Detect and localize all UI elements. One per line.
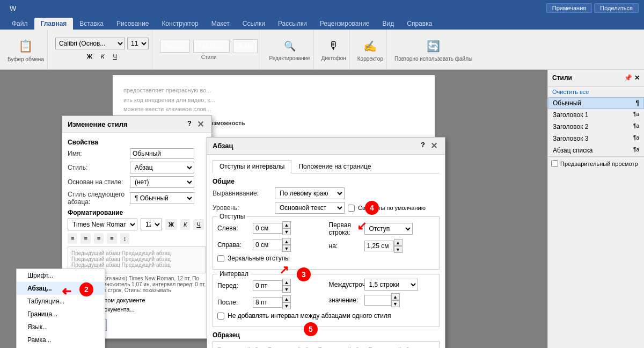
dictation-btn[interactable]: 🎙 [325, 38, 342, 54]
menu-paragraph[interactable]: Абзац... [17, 282, 105, 295]
left-spin-down[interactable]: ▼ [282, 228, 291, 235]
find-btn[interactable]: 🔍 [281, 38, 299, 54]
align-center-btn[interactable]: ≡ [80, 233, 90, 244]
mirror-row: Зеркальные отступы [217, 255, 324, 262]
bold-btn[interactable]: Ж [84, 51, 96, 62]
spacing-value-down[interactable]: ▼ [391, 300, 400, 307]
styles-panel-title: Стили [552, 74, 572, 82]
font-select-modify[interactable]: Times New Roman [68, 219, 137, 230]
tab-file[interactable]: Файл [5, 18, 34, 30]
collapse-checkbox[interactable] [348, 205, 355, 212]
tab-home[interactable]: Главная [34, 18, 74, 30]
style-item-h2[interactable]: Заголовок 2 ¶a [548, 121, 644, 133]
left-indent-row: Слева: ▲ ▼ [217, 221, 324, 235]
next-style-select[interactable]: ¶ Обычный [130, 192, 194, 204]
after-down[interactable]: ▼ [282, 302, 291, 309]
underline-modify-btn[interactable]: Ч [193, 219, 203, 230]
tab-review[interactable]: Рецензирование [313, 18, 376, 30]
align-left-btn[interactable]: ≡ [68, 233, 77, 244]
first-line-by-up[interactable]: ▲ [394, 239, 402, 246]
first-line-by-spin-btns: ▲ ▼ [394, 239, 402, 253]
right-spin-down[interactable]: ▼ [282, 245, 291, 252]
preview-checkbox[interactable] [551, 160, 558, 167]
alignment-label: Выравнивание: [213, 190, 272, 197]
spacing-cols: Перед: ▲ ▼ [217, 279, 435, 312]
modify-dialog-close[interactable]: ✕ [195, 119, 206, 129]
styles-panel-close[interactable]: ✕ [634, 74, 640, 82]
after-label: После: [217, 299, 250, 306]
styles-panel-pin[interactable]: 📌 [624, 74, 632, 82]
align-justify-btn[interactable]: ≡ [107, 233, 116, 244]
before-up[interactable]: ▲ [282, 279, 291, 286]
right-spin-up[interactable]: ▲ [282, 238, 291, 245]
style-suffix-normal: ¶ [636, 99, 639, 107]
para-dialog-question[interactable]: ? [421, 141, 425, 151]
italic-btn[interactable]: К [98, 51, 107, 62]
tab-refs[interactable]: Ссылки [236, 18, 272, 30]
align-right-btn[interactable]: ≡ [94, 233, 104, 244]
mirror-checkbox[interactable] [217, 255, 224, 262]
tab-page-position[interactable]: Положение на странице [291, 160, 378, 173]
first-line-select[interactable]: Отступ [364, 223, 413, 235]
level-label: Уровень: [213, 204, 272, 212]
level-select[interactable]: Основной текст [275, 202, 345, 214]
level-row: Уровень: Основной текст Свернуты по умол… [213, 202, 440, 214]
para-dialog-close[interactable]: ✕ [428, 141, 440, 151]
share-btn[interactable]: Поделиться [594, 3, 639, 13]
line-spacing-btn[interactable]: ↕ [120, 233, 130, 244]
menu-language[interactable]: Язык... [17, 321, 105, 334]
formatting-section-label: Форматирование [68, 209, 206, 216]
size-select-modify[interactable]: 12 [141, 219, 162, 230]
notes-btn[interactable]: Примечания [546, 3, 592, 13]
ribbon: W Примечания Поделиться Файл Главная Вст… [0, 0, 644, 70]
style-select[interactable]: Абзац [130, 162, 194, 173]
menu-tabs[interactable]: Табуляция... [17, 295, 105, 308]
before-down[interactable]: ▼ [282, 286, 291, 293]
modify-sample-content: Предыдущий абзац Предыдущий абзац Предыд… [71, 250, 171, 268]
after-input[interactable] [253, 297, 282, 308]
style-item-normal[interactable]: Обычный ¶ [548, 97, 644, 109]
tab-help[interactable]: Справка [400, 18, 438, 30]
first-line-by-down[interactable]: ▼ [394, 246, 402, 253]
spacing-value-label: значение: [329, 296, 361, 304]
line-spacing-select[interactable]: 1,5 строки [364, 279, 418, 291]
clear-all-btn[interactable]: Очистить все [548, 86, 644, 97]
tab-draw[interactable]: Рисование [110, 18, 155, 30]
size-select[interactable]: 11 [127, 38, 149, 49]
first-line-by-input[interactable] [364, 241, 394, 251]
left-spin-up[interactable]: ▲ [282, 221, 291, 228]
menu-border[interactable]: Граница... [17, 308, 105, 321]
style-item-h3[interactable]: Заголовок 3 ¶a [548, 133, 644, 144]
name-input[interactable] [130, 148, 194, 159]
editor-btn[interactable]: ✍ [360, 38, 380, 55]
tab-view[interactable]: Вид [376, 18, 401, 30]
left-input[interactable] [253, 223, 282, 234]
based-on-select[interactable]: (нет) [130, 176, 194, 188]
style-name-normal: Обычный [553, 99, 581, 107]
spacing-value-up[interactable]: ▲ [391, 293, 400, 300]
before-input[interactable] [253, 280, 282, 291]
tab-mailings[interactable]: Рассылки [272, 18, 313, 30]
paste-btn[interactable]: 📋 [15, 37, 36, 55]
alignment-select[interactable]: По левому краю [275, 187, 345, 199]
reuse-btn[interactable]: 🔄 [423, 38, 443, 55]
name-row: Имя: [68, 148, 206, 159]
modify-dialog-question[interactable]: ? [187, 119, 192, 129]
tab-layout[interactable]: Макет [205, 18, 236, 30]
font-select[interactable]: Calibri (Основ... [55, 38, 125, 49]
underline-btn[interactable]: Ч [110, 51, 120, 62]
tab-indents-spacing[interactable]: Отступы и интервалы [213, 160, 291, 173]
first-line-by-label: на: [329, 242, 361, 250]
tab-insert[interactable]: Вставка [73, 18, 110, 30]
bold-modify-btn[interactable]: Ж [165, 219, 177, 230]
spacing-value-input[interactable] [364, 295, 391, 306]
style-item-h1[interactable]: Заголовок 1 ¶a [548, 109, 644, 121]
italic-modify-btn[interactable]: К [180, 219, 190, 230]
no-space-checkbox[interactable] [217, 313, 224, 320]
menu-frame[interactable]: Рамка... [17, 334, 105, 346]
menu-font[interactable]: Шрифт... [17, 269, 105, 282]
style-item-list[interactable]: Абзац списка ¶a [548, 144, 644, 156]
right-input[interactable] [253, 240, 282, 250]
tab-design[interactable]: Конструктор [155, 18, 204, 30]
after-up[interactable]: ▲ [282, 295, 291, 302]
